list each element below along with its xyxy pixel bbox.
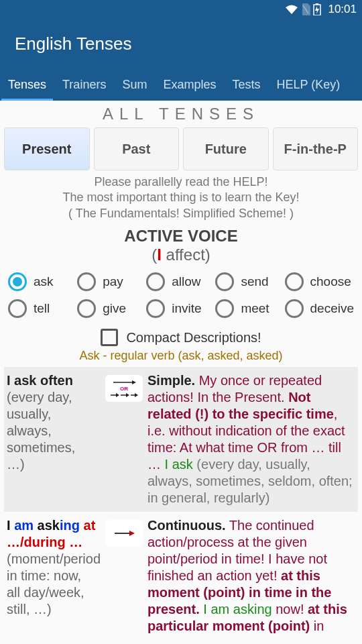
- app-bar: English Tenses: [0, 19, 362, 68]
- status-bar: 10:01: [0, 0, 362, 19]
- verb-give[interactable]: give: [77, 299, 146, 318]
- verb-meet[interactable]: meet: [215, 299, 284, 318]
- radio-icon: [215, 299, 234, 318]
- chip-past[interactable]: Past: [94, 127, 180, 170]
- compact-toggle[interactable]: Compact Descriptions!: [4, 329, 358, 346]
- radio-icon: [285, 272, 304, 291]
- tab-tests[interactable]: Tests: [224, 68, 268, 101]
- section-heading: ALL TENSES: [4, 105, 358, 123]
- status-time: 10:01: [328, 3, 357, 16]
- tense-chip-row: Present Past Future F-in-the-P: [4, 127, 358, 170]
- voice-subtitle: (I affect): [4, 246, 358, 264]
- content: ALL TENSES Present Past Future F-in-the-…: [0, 101, 362, 640]
- chip-finthep[interactable]: F-in-the-P: [273, 127, 359, 170]
- verb-allow[interactable]: allow: [146, 272, 215, 291]
- sim-icon: [301, 3, 310, 15]
- radio-icon: [146, 272, 165, 291]
- tab-help[interactable]: HELP (Key): [268, 68, 348, 101]
- row-icon-col: OR: [101, 372, 147, 506]
- tense-row-continuous[interactable]: I am asking at …/during … (moment/period…: [4, 512, 358, 640]
- radio-icon: [8, 272, 27, 291]
- verb-invite[interactable]: invite: [146, 299, 215, 318]
- svg-rect-1: [316, 3, 318, 5]
- verb-send[interactable]: send: [215, 272, 284, 291]
- checkbox-icon: [101, 329, 118, 346]
- row-left: I am asking at …/during … (moment/period…: [7, 517, 101, 635]
- voice-heading: ACTIVE VOICE: [4, 227, 358, 246]
- radio-icon: [8, 299, 27, 318]
- tab-trainers[interactable]: Trainers: [54, 68, 114, 101]
- verb-pay[interactable]: pay: [77, 272, 146, 291]
- radio-icon: [146, 299, 165, 318]
- wifi-icon: [285, 4, 298, 15]
- radio-icon: [77, 299, 96, 318]
- row-left: I ask often (every day, usually, always,…: [7, 372, 101, 506]
- row-right: Simple. My once or repeated actions! In …: [147, 372, 355, 506]
- app-title: English Tenses: [15, 34, 131, 54]
- verb-radio-grid: ask pay allow send choose tell give invi…: [4, 264, 358, 325]
- tab-sum[interactable]: Sum: [114, 68, 155, 101]
- verb-choose[interactable]: choose: [285, 272, 355, 291]
- verb-info: Ask - regular verb (ask, asked, asked): [4, 349, 358, 363]
- radio-icon: [77, 272, 96, 291]
- radio-icon: [215, 272, 234, 291]
- verb-deceive[interactable]: deceive: [285, 299, 355, 318]
- chip-present[interactable]: Present: [4, 127, 90, 170]
- simple-arrows-icon: OR: [105, 375, 143, 402]
- tense-row-simple[interactable]: I ask often (every day, usually, always,…: [4, 367, 358, 512]
- help-text: Please parallelly read the HELP! The mos…: [4, 174, 358, 221]
- battery-icon: [313, 3, 321, 15]
- tab-bar: Tenses Trainers Sum Examples Tests HELP …: [0, 68, 362, 101]
- compact-label: Compact Descriptions!: [126, 330, 261, 345]
- row-right: Continuous. The continued action/process…: [147, 517, 355, 635]
- tab-tenses[interactable]: Tenses: [0, 68, 54, 101]
- row-icon-col: [101, 517, 147, 635]
- radio-icon: [285, 299, 304, 318]
- chip-future[interactable]: Future: [183, 127, 269, 170]
- svg-text:OR: OR: [120, 386, 128, 392]
- verb-tell[interactable]: tell: [8, 299, 77, 318]
- tab-examples[interactable]: Examples: [155, 68, 224, 101]
- verb-ask[interactable]: ask: [8, 272, 77, 291]
- continuous-arrow-icon: [105, 520, 143, 547]
